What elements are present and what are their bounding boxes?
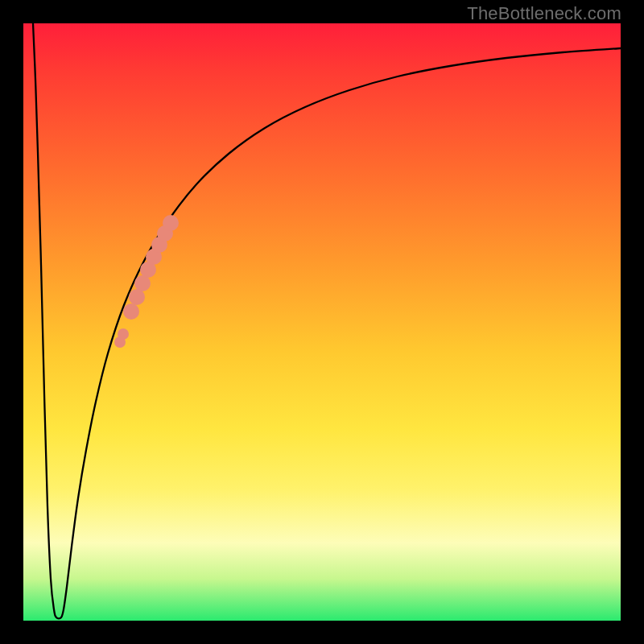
chart-frame: TheBottleneck.com: [0, 0, 644, 644]
highlight-dot: [123, 303, 139, 320]
highlight-dots: [114, 215, 179, 348]
watermark-text: TheBottleneck.com: [467, 3, 621, 24]
plot-svg: [23, 23, 621, 621]
plot-area: [23, 23, 621, 621]
bottleneck-curve: [33, 23, 621, 618]
highlight-dot: [118, 328, 129, 340]
curve-path: [33, 23, 621, 618]
highlight-dot: [163, 215, 179, 231]
